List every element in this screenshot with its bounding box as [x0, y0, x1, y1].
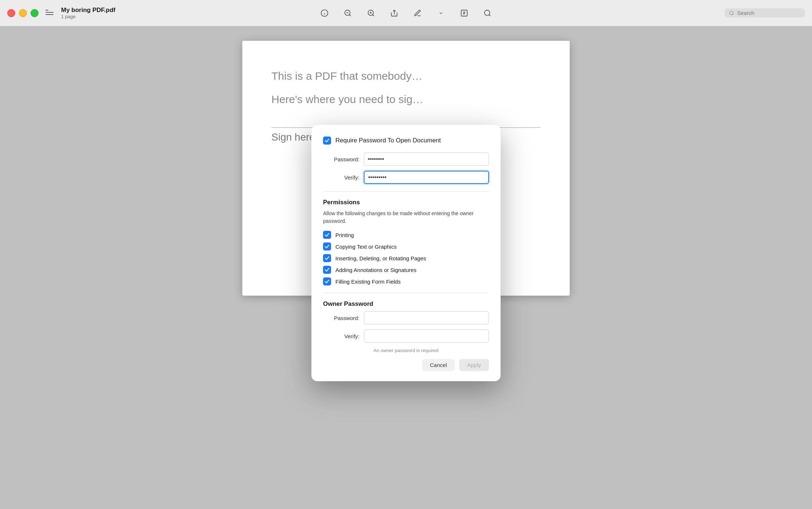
- permissions-list: Printing Copying Text or Graphics: [323, 231, 489, 285]
- owner-password-field-row: Password:: [323, 311, 489, 324]
- require-password-label: Require Password To Open Document: [335, 137, 441, 144]
- info-button[interactable]: [318, 7, 331, 20]
- password-field-row: Password:: [323, 153, 489, 166]
- copying-checkbox[interactable]: [323, 242, 331, 250]
- pdf-area: This is a PDF that somebody… Here's wher…: [0, 26, 812, 509]
- copying-label: Copying Text or Graphics: [335, 244, 397, 250]
- owner-verify-field-row: Verify:: [323, 330, 489, 343]
- sidebar-toggle-button[interactable]: [44, 8, 55, 18]
- annotations-checkbox[interactable]: [323, 266, 331, 274]
- permissions-desc: Allow the following changes to be made w…: [323, 210, 489, 225]
- owner-verify-label: Verify:: [323, 333, 359, 339]
- permissions-title: Permissions: [323, 199, 489, 206]
- search-bar[interactable]: [725, 8, 805, 17]
- apply-button[interactable]: Apply: [459, 359, 489, 371]
- find-button[interactable]: [481, 7, 494, 20]
- cancel-button[interactable]: Cancel: [422, 359, 455, 371]
- pen-dropdown-button[interactable]: [434, 7, 447, 20]
- divider-2: [323, 293, 489, 293]
- owner-password-label: Password:: [323, 315, 359, 321]
- share-button[interactable]: [388, 7, 401, 20]
- verify-field-row: Verify:: [323, 171, 489, 184]
- dialog-buttons: Cancel Apply: [323, 359, 489, 371]
- modal-overlay: Require Password To Open Document Passwo…: [0, 26, 812, 509]
- search-input[interactable]: [737, 10, 800, 16]
- form-fields-label: Filling Existing Form Fields: [335, 279, 401, 285]
- permission-printing: Printing: [323, 231, 489, 239]
- permission-inserting: Inserting, Deleting, or Rotating Pages: [323, 254, 489, 262]
- owner-password-title: Owner Password: [323, 300, 489, 308]
- verify-label: Verify:: [323, 174, 359, 181]
- password-label: Password:: [323, 156, 359, 162]
- permission-annotations: Adding Annotations or Signatures: [323, 266, 489, 274]
- printing-checkbox[interactable]: [323, 231, 331, 239]
- sidebar-icon: [45, 10, 53, 16]
- pen-button[interactable]: [411, 7, 424, 20]
- maximize-button[interactable]: [31, 9, 39, 17]
- owner-password-input[interactable]: [364, 311, 489, 324]
- toolbar-right: [725, 8, 805, 17]
- document-title: My boring PDF.pdf: [61, 7, 115, 14]
- svg-line-4: [349, 15, 351, 16]
- svg-line-15: [733, 14, 734, 15]
- zoom-in-button[interactable]: [365, 7, 378, 20]
- require-password-checkbox[interactable]: [323, 137, 331, 145]
- svg-line-7: [373, 15, 374, 16]
- printing-label: Printing: [335, 232, 354, 238]
- permission-form-fields: Filling Existing Form Fields: [323, 277, 489, 285]
- password-dialog: Require Password To Open Document Passwo…: [311, 125, 501, 381]
- permission-copying: Copying Text or Graphics: [323, 242, 489, 250]
- traffic-lights: [7, 9, 39, 17]
- inserting-checkbox[interactable]: [323, 254, 331, 262]
- svg-point-12: [485, 10, 490, 15]
- toolbar-center: [318, 7, 494, 20]
- owner-verify-input[interactable]: [364, 330, 489, 343]
- page-count: 1 page: [61, 14, 115, 19]
- svg-point-14: [730, 11, 733, 14]
- title-info: My boring PDF.pdf 1 page: [61, 7, 115, 19]
- title-bar: My boring PDF.pdf 1 page: [0, 0, 812, 26]
- password-input[interactable]: [364, 153, 489, 166]
- form-fields-checkbox[interactable]: [323, 277, 331, 285]
- close-button[interactable]: [7, 9, 15, 17]
- owner-error-text: An owner password is required: [323, 348, 489, 353]
- divider-1: [323, 191, 489, 192]
- require-password-row: Require Password To Open Document: [323, 137, 489, 145]
- markup-button[interactable]: [458, 7, 471, 20]
- inserting-label: Inserting, Deleting, or Rotating Pages: [335, 255, 426, 261]
- verify-input[interactable]: [364, 171, 489, 184]
- zoom-out-button[interactable]: [341, 7, 354, 20]
- search-icon: [729, 10, 734, 16]
- annotations-label: Adding Annotations or Signatures: [335, 267, 417, 273]
- owner-password-section: Owner Password Password: Verify: An owne…: [323, 300, 489, 353]
- svg-line-13: [489, 15, 490, 16]
- minimize-button[interactable]: [19, 9, 27, 17]
